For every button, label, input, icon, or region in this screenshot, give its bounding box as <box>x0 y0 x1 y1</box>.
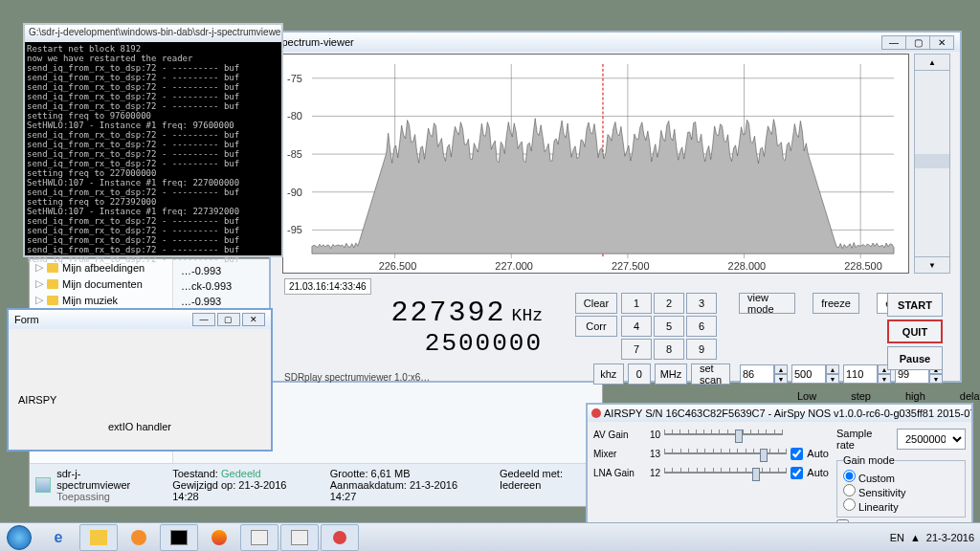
gain-slider-mixer[interactable]: Mixer13Auto <box>593 447 829 460</box>
key-8[interactable]: 8 <box>654 339 684 360</box>
clear-button[interactable]: Clear <box>575 293 617 314</box>
status-filetype: Toepassing <box>56 491 144 502</box>
console-output: Restart net block 8192 now we have resta… <box>25 42 281 266</box>
sidebar-item[interactable]: ▷Mijn documenten <box>30 276 172 292</box>
setscan-button[interactable]: set scan <box>691 364 730 385</box>
key-2[interactable]: 2 <box>654 293 684 314</box>
explorer-icon[interactable] <box>79 524 118 551</box>
spin-low[interactable]: ▲▼ <box>740 364 788 384</box>
status-line: SDRplay spectrumviewer 1.0:x6… <box>284 372 430 383</box>
spin-high[interactable]: ▲▼ <box>843 364 891 384</box>
svg-text:227.500: 227.500 <box>612 260 650 272</box>
close-button[interactable]: ✕ <box>242 313 265 326</box>
freq-value: 227392 <box>391 297 506 329</box>
airspy-title: AIRSPY S/N 16C463C82F5639C7 - AirSpy NOS… <box>604 408 971 419</box>
close-button[interactable]: ✕ <box>929 35 954 50</box>
start-button[interactable]: START <box>887 293 943 317</box>
svg-text:-75: -75 <box>287 73 302 84</box>
svg-text:227.000: 227.000 <box>495 260 533 272</box>
freeze-button[interactable]: freeze <box>813 293 859 314</box>
form-window: Form — ▢ ✕ AIRSPY extIO handler <box>7 308 273 452</box>
key-4[interactable]: 4 <box>621 316 652 337</box>
auto-checkbox[interactable] <box>791 467 803 479</box>
svg-text:228.000: 228.000 <box>728 260 767 272</box>
spectrum-viewer-window: spectrum-viewer — ▢ ✕ -75 -80 -85 <box>269 31 962 383</box>
start-button[interactable] <box>0 523 38 552</box>
maximize-button[interactable]: ▢ <box>905 35 930 50</box>
media-icon[interactable] <box>120 524 158 551</box>
antenna-icon <box>591 408 601 418</box>
auto-checkbox[interactable] <box>791 448 803 460</box>
console-window: G:\sdr-j-development\windows-bin-dab\sdr… <box>23 23 283 257</box>
gain-mode-radio[interactable] <box>843 470 856 482</box>
scroll-thumb[interactable] <box>915 154 949 168</box>
corr-button[interactable]: Corr <box>575 316 617 337</box>
key-9[interactable]: 9 <box>686 339 717 360</box>
airspy-window: AIRSPY S/N 16C463C82F5639C7 - AirSpy NOS… <box>586 403 973 525</box>
status-filename: sdr-j-spectrumviewer <box>56 468 144 491</box>
frequency-display: 227392KHz 2500000 <box>284 293 552 369</box>
key-6[interactable]: 6 <box>686 316 717 337</box>
key-1[interactable]: 1 <box>621 293 652 314</box>
sample-rate-select[interactable]: 2500000 <box>897 429 966 450</box>
explorer-statusbar: sdr-j-spectrumviewer Toepassing Toestand… <box>30 463 602 506</box>
form-task-icon[interactable] <box>240 524 278 551</box>
gain-mode-radio[interactable] <box>843 484 856 496</box>
console-task-icon[interactable] <box>160 524 198 551</box>
gain-mode-group: Gain mode Custom Sensitivity Linearity <box>836 454 966 518</box>
svg-text:228.500: 228.500 <box>844 260 882 272</box>
app-icon <box>35 477 51 493</box>
spin-step[interactable]: ▲▼ <box>791 364 839 384</box>
key-3[interactable]: 3 <box>686 293 717 314</box>
gain-slider-lnagain[interactable]: LNA Gain12Auto <box>593 466 829 479</box>
pause-button[interactable]: Pause <box>887 346 943 370</box>
mhz-button[interactable]: MHz <box>655 364 687 385</box>
key-5[interactable]: 5 <box>654 316 684 337</box>
extio-label: extIO handler <box>18 421 261 432</box>
lang-indicator[interactable]: EN <box>890 532 904 543</box>
firefox-icon[interactable] <box>200 524 238 551</box>
svg-text:-95: -95 <box>287 224 302 235</box>
console-title: G:\sdr-j-development\windows-bin-dab\sdr… <box>25 25 281 42</box>
taskbar: e EN ▲ 21-3-2016 <box>0 522 980 551</box>
ie-icon[interactable]: e <box>39 524 78 551</box>
airspy-task-icon[interactable] <box>321 524 359 551</box>
vertical-scrollbar[interactable]: ▲ ▼ <box>914 54 950 274</box>
viewmode-button[interactable]: view mode <box>739 293 795 314</box>
khz-button[interactable]: khz <box>593 364 624 385</box>
minimize-button[interactable]: — <box>192 313 215 326</box>
svg-text:-85: -85 <box>287 148 302 160</box>
maximize-button[interactable]: ▢ <box>217 313 240 326</box>
airspy-label: AIRSPY <box>18 394 261 406</box>
spectrum-title: spectrum-viewer <box>277 36 354 48</box>
key-7[interactable]: 7 <box>621 339 652 360</box>
gain-slider-avgain[interactable]: AV Gain10 <box>593 428 829 441</box>
svg-text:-80: -80 <box>287 110 302 121</box>
scroll-up-button[interactable]: ▲ <box>914 54 950 71</box>
rate-value: 2500000 <box>425 329 543 358</box>
clock-date: 21-3-2016 <box>926 532 974 543</box>
form-title: Form <box>14 314 39 325</box>
scroll-down-button[interactable]: ▼ <box>914 256 950 274</box>
sidebar-item[interactable]: ▷Mijn muziek <box>30 292 172 308</box>
svg-text:-90: -90 <box>287 187 302 198</box>
minimize-button[interactable]: — <box>881 35 906 50</box>
quit-button[interactable]: QUIT <box>887 320 943 343</box>
gain-mode-radio[interactable] <box>843 498 856 511</box>
svg-text:226.500: 226.500 <box>379 260 417 272</box>
system-tray[interactable]: EN ▲ 21-3-2016 <box>884 532 980 543</box>
spectrum-plot[interactable]: -75 -80 -85 -90 -95 226.500 227.000 227.… <box>282 54 909 274</box>
spectrum-task-icon[interactable] <box>280 524 319 551</box>
key-0[interactable]: 0 <box>628 364 651 385</box>
